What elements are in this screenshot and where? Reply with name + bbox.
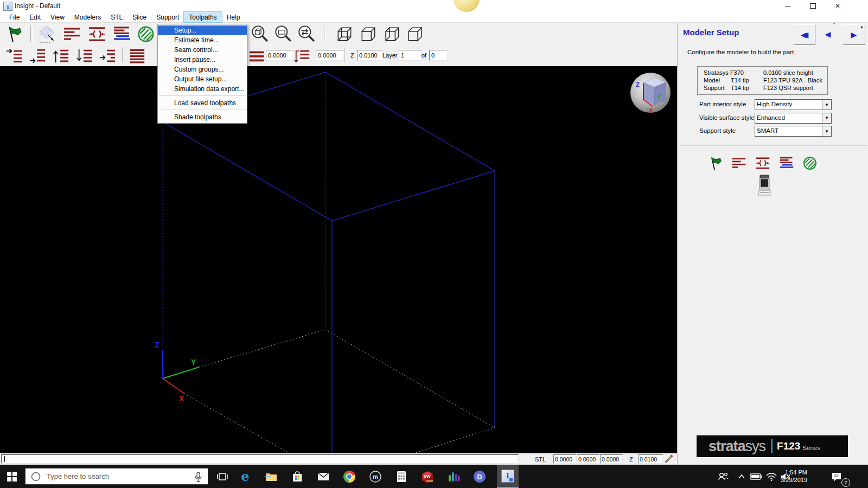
tray-expand-button[interactable] bbox=[735, 465, 749, 488]
menubar: FileEditViewModelersSTLSliceSupportToolp… bbox=[0, 12, 868, 23]
view-bottom-icon[interactable] bbox=[335, 25, 354, 43]
menubar-item[interactable]: Slice bbox=[127, 12, 151, 22]
selected-value: Enhanced bbox=[757, 114, 785, 121]
toolbar-layers: Z Layer of bbox=[0, 46, 677, 67]
minimize-button[interactable] bbox=[780, 0, 796, 12]
menu-item[interactable]: Setup... bbox=[158, 25, 247, 35]
menubar-item[interactable]: File bbox=[4, 12, 24, 22]
maximize-button[interactable] bbox=[805, 0, 821, 12]
style-field-row: Visible surface style Enhanced ▼ bbox=[678, 112, 868, 126]
selected-value: High Density bbox=[757, 101, 792, 107]
start-build-flag-icon[interactable] bbox=[4, 25, 23, 43]
z-height-input[interactable] bbox=[357, 50, 383, 61]
menu-item[interactable]: Insert pause... bbox=[158, 55, 247, 65]
layer-number-input[interactable] bbox=[399, 50, 422, 61]
taskbar-clock[interactable]: 1:54 PM 3/29/2019 bbox=[769, 468, 807, 484]
printer-icon[interactable] bbox=[757, 175, 772, 198]
menubar-item[interactable]: Support bbox=[151, 12, 184, 22]
bottom-range-icon bbox=[248, 48, 265, 64]
zoom-window-icon[interactable] bbox=[274, 25, 292, 43]
viewport-3d[interactable]: Z Y X Z Y X bbox=[0, 66, 677, 453]
m-circle-icon: m bbox=[369, 470, 382, 483]
panel-fill-icon[interactable] bbox=[802, 156, 818, 171]
command-input[interactable] bbox=[1, 454, 519, 464]
left-arrow-icon: ◀ bbox=[825, 30, 831, 38]
go-to-layer-icon[interactable] bbox=[100, 48, 116, 64]
taskbar-d-app[interactable]: D bbox=[470, 465, 489, 488]
menubar-item[interactable]: View bbox=[46, 12, 69, 22]
slice-icon[interactable] bbox=[38, 25, 56, 43]
go-top-layer-icon[interactable] bbox=[7, 48, 23, 64]
orb-z-label: Z bbox=[636, 81, 640, 88]
menu-item[interactable]: Output file setup... bbox=[158, 74, 247, 84]
view-top-icon[interactable] bbox=[359, 25, 378, 43]
menubar-item[interactable]: Toolpaths bbox=[184, 12, 221, 22]
view-right-icon[interactable] bbox=[406, 25, 424, 43]
people-tray-button[interactable] bbox=[715, 465, 731, 488]
logo-brand: stratasys bbox=[709, 438, 765, 455]
layer-up-icon[interactable] bbox=[53, 48, 69, 64]
close-button[interactable]: ✕ bbox=[829, 0, 846, 12]
menu-item[interactable]: Custom groups... bbox=[158, 65, 247, 74]
task-view-button[interactable] bbox=[213, 465, 232, 488]
zoom-extents-icon[interactable] bbox=[297, 25, 316, 43]
action-center-button[interactable]: 7 bbox=[826, 465, 847, 488]
menu-item[interactable]: Seam control... bbox=[158, 45, 247, 55]
taskbar-chrome[interactable] bbox=[340, 465, 359, 488]
style-select[interactable]: SMART ▼ bbox=[755, 126, 832, 137]
taskbar-solidworks[interactable]: SW 2018 bbox=[418, 465, 437, 488]
style-select[interactable]: Enhanced ▼ bbox=[755, 113, 832, 124]
style-select[interactable]: High Density ▼ bbox=[755, 99, 832, 110]
support-toolpath-icon[interactable] bbox=[113, 25, 131, 43]
field-label: Part interior style bbox=[699, 101, 746, 107]
panel-support-icon[interactable] bbox=[779, 156, 794, 171]
panel-toolpath-icon[interactable] bbox=[731, 156, 746, 171]
zoom-fit-icon[interactable] bbox=[251, 25, 269, 43]
menubar-item[interactable]: Modelers bbox=[69, 12, 106, 22]
start-button[interactable] bbox=[2, 465, 22, 488]
taskbar-store[interactable] bbox=[288, 465, 307, 488]
bottom-range-input[interactable] bbox=[266, 50, 294, 61]
taskbar-search[interactable]: Type here to search bbox=[25, 468, 208, 485]
taskbar-explorer[interactable] bbox=[261, 465, 281, 488]
toolbar-main bbox=[0, 23, 677, 46]
microphone-icon[interactable] bbox=[194, 471, 202, 482]
menubar-item[interactable]: Edit bbox=[24, 12, 46, 22]
nav-back-button[interactable]: ◀ ˇ bbox=[818, 24, 838, 44]
field-label: Visible surface style bbox=[699, 114, 754, 121]
taskbar-edge[interactable]: e bbox=[235, 465, 255, 488]
window-title: Insight - Default bbox=[15, 2, 60, 10]
layer-down-icon[interactable] bbox=[76, 48, 93, 64]
measure-pencil-icon[interactable] bbox=[664, 454, 674, 464]
toolbar-separator bbox=[324, 25, 326, 42]
field-label: Support style bbox=[699, 127, 736, 134]
fill-style-icon[interactable] bbox=[137, 25, 155, 43]
taskbar-mail[interactable] bbox=[314, 465, 333, 488]
toolpath-lines-icon[interactable] bbox=[63, 25, 81, 43]
seam-control-icon[interactable] bbox=[88, 25, 106, 43]
panel-flag-icon[interactable] bbox=[707, 156, 723, 171]
taskbar-calculator[interactable] bbox=[392, 465, 411, 488]
nav-first-button[interactable]: ◀◀ bbox=[794, 24, 815, 45]
chevron-down-icon: ▼ bbox=[822, 126, 831, 136]
view-left-icon[interactable] bbox=[383, 25, 401, 43]
layer-label: Layer bbox=[382, 52, 398, 59]
menu-item[interactable]: Estimate time... bbox=[158, 35, 247, 45]
top-range-input[interactable] bbox=[316, 50, 344, 61]
nav-next-button[interactable]: ▶ ▼ bbox=[843, 24, 865, 45]
clock-date: 3/29/2019 bbox=[769, 476, 807, 484]
taskbar-makerbot[interactable]: m bbox=[366, 465, 385, 488]
orb-y-label: Y bbox=[657, 93, 661, 100]
menu-item[interactable]: Simulation data export... bbox=[158, 84, 247, 94]
go-bottom-layer-icon[interactable] bbox=[30, 48, 46, 64]
taskbar-colorbars-app[interactable] bbox=[444, 465, 463, 488]
panel-seam-icon[interactable] bbox=[755, 156, 770, 171]
battery-tray-button[interactable] bbox=[749, 465, 764, 488]
menu-separator bbox=[159, 110, 246, 110]
show-all-layers-icon[interactable] bbox=[129, 48, 145, 64]
taskbar-insight-active[interactable]: i bbox=[497, 465, 519, 488]
menu-item[interactable]: Load saved toolpaths bbox=[158, 98, 247, 108]
menu-item[interactable]: Shade toolpaths bbox=[158, 112, 247, 122]
menubar-item[interactable]: Help bbox=[222, 12, 245, 22]
menubar-item[interactable]: STL bbox=[106, 12, 127, 22]
